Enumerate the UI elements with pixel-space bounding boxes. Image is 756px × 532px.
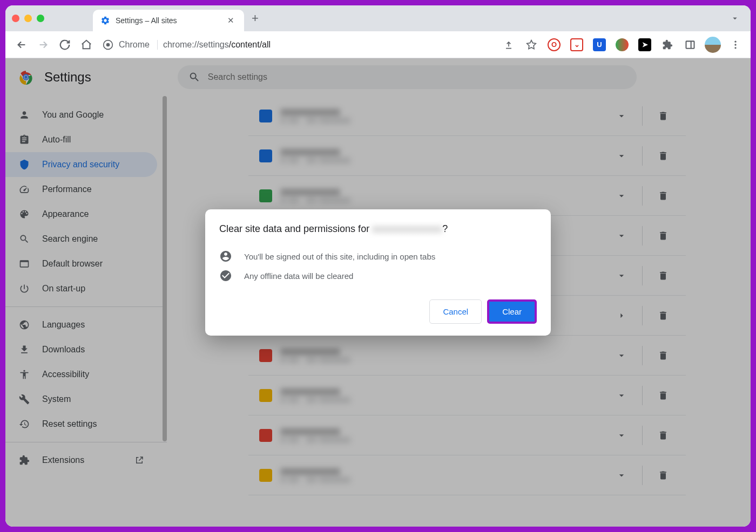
address-bar[interactable]: Chrome chrome://settings/content/all: [103, 39, 494, 50]
back-button[interactable]: [12, 35, 31, 54]
extension-privacy-icon[interactable]: [613, 36, 631, 53]
new-tab-button[interactable]: +: [252, 11, 259, 25]
svg-point-1: [106, 43, 110, 46]
svg-point-6: [734, 47, 736, 49]
check-circle-icon: [219, 269, 232, 282]
clear-button[interactable]: Clear: [487, 299, 537, 324]
kebab-menu-icon[interactable]: [727, 36, 744, 53]
share-icon[interactable]: [500, 36, 517, 53]
extension-pocket-icon[interactable]: ⌄: [568, 36, 585, 53]
dialog-title: Clear site data and permissions for xxxx…: [219, 223, 537, 235]
extension-adblock-icon[interactable]: O: [545, 36, 563, 53]
modal-backdrop[interactable]: Clear site data and permissions for xxxx…: [5, 58, 751, 527]
window-maximize-button[interactable]: [37, 15, 44, 22]
clear-data-dialog: Clear site data and permissions for xxxx…: [205, 209, 551, 336]
browser-window: Settings – All sites ✕ + Chrome chrome:: [5, 5, 751, 527]
extensions-puzzle-icon[interactable]: [659, 36, 676, 53]
toolbar: Chrome chrome://settings/content/all O ⌄…: [5, 31, 751, 58]
person-icon: [219, 250, 232, 263]
address-url: chrome://settings/content/all: [163, 40, 271, 50]
extension-send-icon[interactable]: ➤: [636, 36, 653, 53]
browser-tab[interactable]: Settings – All sites ✕: [93, 10, 244, 31]
traffic-lights: [12, 15, 44, 22]
window-minimize-button[interactable]: [24, 15, 32, 22]
cancel-button[interactable]: Cancel: [429, 299, 482, 324]
tab-close-icon[interactable]: ✕: [225, 13, 237, 28]
home-button[interactable]: [77, 35, 96, 54]
dialog-info-offline: Any offline data will be cleared: [219, 266, 537, 285]
tab-bar: Settings – All sites ✕ +: [5, 5, 751, 31]
reload-button[interactable]: [55, 35, 75, 54]
forward-button[interactable]: [33, 35, 53, 54]
settings-page: Settings You and GoogleAuto-fillPrivacy …: [5, 58, 751, 527]
svg-point-4: [734, 40, 736, 42]
extension-bitwarden-icon[interactable]: U: [591, 36, 608, 53]
tab-title: Settings – All sites: [116, 16, 220, 25]
profile-avatar[interactable]: [704, 36, 721, 53]
dialog-info-signout: You'll be signed out of this site, inclu…: [219, 247, 537, 266]
site-info-icon[interactable]: [103, 39, 113, 50]
bookmark-icon[interactable]: [523, 36, 540, 53]
address-label: Chrome: [119, 40, 158, 50]
gear-icon: [100, 16, 110, 25]
sidepanel-icon[interactable]: [681, 36, 699, 53]
svg-point-5: [734, 44, 736, 45]
svg-rect-2: [686, 41, 694, 48]
tab-overflow-button[interactable]: [726, 9, 744, 28]
window-close-button[interactable]: [12, 15, 19, 22]
